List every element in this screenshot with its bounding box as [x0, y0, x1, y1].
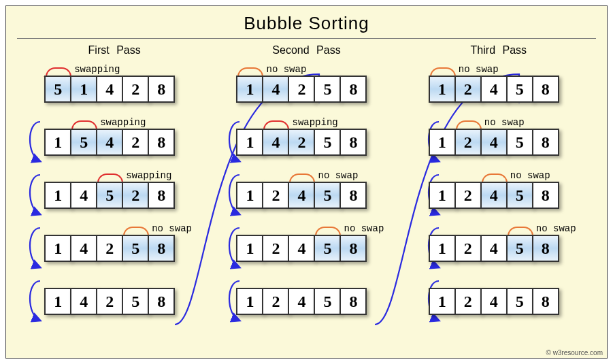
array-cell: 2 — [96, 288, 123, 315]
array-cell: 5 — [96, 182, 123, 209]
array-cell: 8 — [148, 288, 175, 315]
array-cell: 4 — [70, 288, 97, 315]
step: no swap12458 — [225, 235, 388, 267]
array-row: 15428 — [44, 129, 196, 156]
array-cell: 5 — [506, 288, 533, 315]
step: no swap12458 — [417, 76, 580, 108]
array-cell: 4 — [262, 129, 289, 156]
array-cell: 4 — [288, 235, 315, 262]
array-row: 14258 — [44, 288, 196, 315]
array-cell: 5 — [314, 288, 341, 315]
array-cell: 2 — [454, 129, 482, 156]
array-cell: 5 — [314, 235, 341, 262]
step-label: no swap — [484, 117, 525, 128]
pass-title: Second Pass — [225, 44, 388, 56]
step-label: no swap — [152, 223, 192, 234]
array-cell: 1 — [429, 235, 456, 262]
array-cell: 4 — [480, 129, 508, 156]
step-label: swapping — [126, 170, 171, 181]
array-cell: 4 — [288, 182, 315, 209]
array-cell: 8 — [148, 182, 175, 209]
array-row: 14258 — [236, 129, 388, 156]
array-cell: 8 — [339, 182, 367, 209]
array-cell: 1 — [70, 76, 97, 103]
array-row: 14258 — [44, 235, 196, 262]
step: no swap12458 — [417, 235, 580, 267]
array-cell: 2 — [262, 288, 289, 315]
array-cell: 2 — [454, 235, 482, 262]
array-cell: 8 — [532, 182, 559, 209]
array-cell: 8 — [532, 76, 559, 103]
array-cell: 4 — [480, 288, 508, 315]
array-cell: 5 — [44, 76, 71, 103]
step-label: swapping — [100, 117, 146, 128]
array-cell: 8 — [339, 129, 367, 156]
array-row: 12458 — [429, 288, 580, 315]
array-row: 12458 — [429, 182, 580, 209]
array-cell: 8 — [148, 76, 175, 103]
array-cell: 5 — [70, 129, 97, 156]
array-cell: 5 — [314, 76, 341, 103]
step: no swap12458 — [225, 182, 388, 214]
diagram-title: Bubble Sorting — [6, 6, 607, 38]
array-cell: 8 — [148, 235, 175, 262]
array-cell: 4 — [262, 76, 289, 103]
array-cell: 8 — [339, 235, 367, 262]
step-label: swapping — [74, 64, 120, 75]
array-cell: 1 — [429, 76, 456, 103]
array-cell: 1 — [44, 182, 71, 209]
array-cell: 4 — [96, 76, 123, 103]
step: swapping14258 — [225, 129, 388, 161]
pass-column: Second Passno swap14258swapping14258no s… — [225, 44, 388, 341]
array-row: 12458 — [429, 235, 580, 262]
array-cell: 1 — [44, 129, 71, 156]
array-row: 14528 — [44, 182, 196, 209]
array-row: 12458 — [236, 182, 388, 209]
array-cell: 1 — [236, 129, 263, 156]
diagram-frame: Bubble Sorting — [5, 5, 608, 359]
step: 12458 — [417, 288, 580, 320]
step-label: no swap — [510, 170, 550, 181]
array-cell: 2 — [122, 129, 149, 156]
step-label: swapping — [292, 117, 337, 128]
array-cell: 2 — [288, 129, 315, 156]
array-cell: 8 — [148, 129, 175, 156]
columns-container: First Passswapping51428swapping15428swap… — [6, 44, 607, 341]
array-row: 12458 — [236, 288, 388, 315]
array-cell: 8 — [532, 129, 559, 156]
array-cell: 5 — [506, 182, 533, 209]
step-label: no swap — [318, 170, 358, 181]
pass-title: Third Pass — [417, 44, 580, 56]
array-cell: 2 — [122, 76, 149, 103]
array-cell: 1 — [236, 76, 263, 103]
array-cell: 4 — [70, 182, 97, 209]
array-cell: 8 — [532, 288, 559, 315]
array-cell: 5 — [122, 288, 149, 315]
array-cell: 8 — [532, 235, 559, 262]
array-cell: 2 — [96, 235, 123, 262]
array-cell: 4 — [480, 182, 508, 209]
step: 12458 — [225, 288, 388, 320]
step: swapping14528 — [33, 182, 196, 214]
step: no swap12458 — [417, 182, 580, 214]
array-cell: 5 — [506, 235, 533, 262]
array-cell: 2 — [262, 235, 289, 262]
array-cell: 5 — [506, 76, 533, 103]
array-cell: 8 — [339, 76, 367, 103]
step: 14258 — [33, 288, 196, 320]
array-cell: 1 — [44, 235, 71, 262]
array-cell: 2 — [122, 182, 149, 209]
array-cell: 4 — [70, 235, 97, 262]
array-cell: 1 — [236, 235, 263, 262]
array-cell: 4 — [288, 288, 315, 315]
array-row: 12458 — [429, 129, 580, 156]
array-cell: 2 — [454, 76, 482, 103]
array-cell: 2 — [262, 182, 289, 209]
array-cell: 4 — [96, 129, 123, 156]
array-cell: 2 — [454, 182, 482, 209]
array-cell: 1 — [44, 288, 71, 315]
array-cell: 4 — [480, 76, 508, 103]
pass-title: First Pass — [33, 44, 196, 56]
array-cell: 8 — [339, 288, 367, 315]
title-divider — [17, 38, 596, 39]
